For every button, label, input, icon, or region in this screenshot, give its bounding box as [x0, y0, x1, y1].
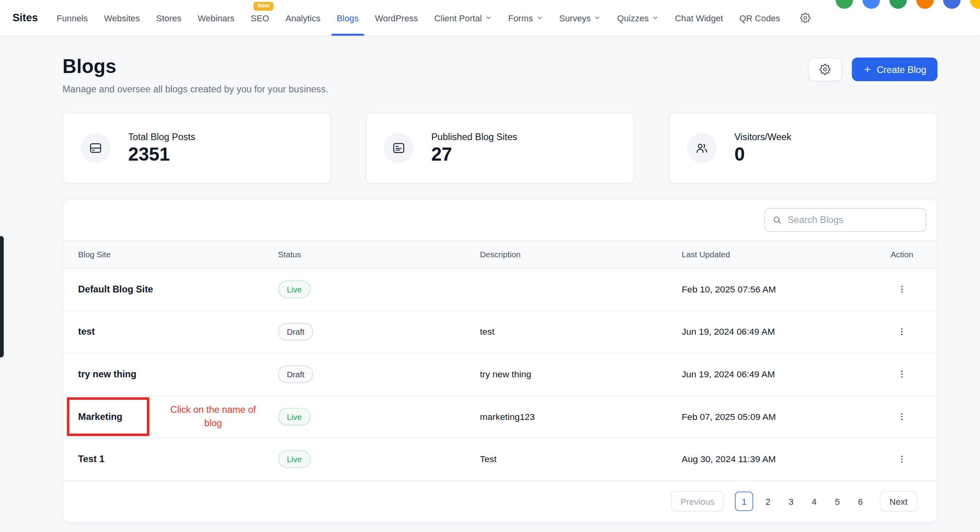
nav-item-websites[interactable]: Websites [104, 0, 140, 36]
page-number-4[interactable]: 4 [806, 492, 823, 510]
blog-description: marketing123 [480, 412, 535, 421]
blogs-table-card: Blog Site Status Description Last Update… [62, 199, 937, 523]
kebab-menu-icon [897, 327, 907, 337]
table-row: test Draft test Jun 19, 2024 06:49 AM [63, 311, 937, 353]
kebab-menu-icon [897, 454, 907, 464]
create-blog-button[interactable]: Create Blog [852, 58, 937, 81]
page-number-1[interactable]: 1 [735, 492, 753, 511]
last-updated: Aug 30, 2024 11:39 AM [682, 454, 776, 464]
annotation-text: Click on the name of blog [161, 403, 265, 429]
nav-settings-button[interactable] [800, 13, 811, 23]
row-menu-button[interactable] [893, 408, 911, 425]
next-page-button[interactable]: Next [880, 491, 917, 511]
chevron-down-icon [594, 14, 601, 21]
row-menu-button[interactable] [893, 281, 911, 298]
blog-site-name[interactable]: try new thing [78, 369, 137, 379]
app-icon-5[interactable] [943, 0, 961, 9]
main-menu: Funnels Websites Stores Webinars New SEO… [56, 0, 780, 36]
kebab-menu-icon [897, 369, 907, 379]
column-header-status: Status [278, 240, 480, 268]
column-header-last-updated: Last Updated [682, 240, 867, 268]
chevron-down-icon [652, 14, 659, 21]
nav-item-analytics[interactable]: Analytics [285, 0, 321, 36]
new-badge: New [253, 2, 274, 11]
column-header-description: Description [480, 240, 681, 268]
page-subtitle: Manage and oversee all blogs created by … [62, 83, 328, 94]
blog-site-name[interactable]: Test 1 [78, 453, 105, 464]
gear-icon [800, 13, 811, 23]
page-number-list: 1 2 3 4 5 6 [735, 492, 869, 511]
stats-row: Total Blog Posts 2351 Published Blog Sit… [62, 112, 937, 183]
table-row: try new thing Draft try new thing Jun 19… [63, 353, 937, 395]
page-number-2[interactable]: 2 [760, 492, 777, 510]
nav-item-blogs[interactable]: Blogs [337, 0, 359, 36]
blog-posts-icon [81, 133, 111, 163]
page-number-3[interactable]: 3 [783, 492, 800, 510]
plus-icon [863, 65, 872, 74]
page-number-6[interactable]: 6 [852, 492, 869, 510]
table-toolbar [63, 199, 937, 240]
nav-item-forms[interactable]: Forms [508, 0, 543, 36]
nav-item-chat-widget[interactable]: Chat Widget [675, 0, 723, 36]
kebab-menu-icon [897, 284, 907, 294]
stat-card-published-sites: Published Blog Sites 27 [366, 112, 635, 183]
sites-brand[interactable]: Sites [13, 11, 38, 24]
stat-card-total-posts: Total Blog Posts 2351 [62, 112, 331, 183]
kebab-menu-icon [897, 412, 907, 421]
column-header-blog-site: Blog Site [63, 240, 278, 268]
page-number-5[interactable]: 5 [829, 492, 846, 510]
nav-item-qr-codes[interactable]: QR Codes [739, 0, 780, 36]
nav-item-seo[interactable]: New SEO [251, 0, 269, 36]
blog-settings-button[interactable] [808, 58, 841, 81]
stat-value: 0 [734, 144, 791, 164]
row-menu-button[interactable] [893, 323, 911, 340]
blog-site-name[interactable]: test [78, 326, 95, 337]
status-badge: Draft [278, 365, 313, 383]
header-actions: Create Blog [808, 58, 937, 81]
app-icon-4[interactable] [916, 0, 934, 9]
blog-description: try new thing [480, 369, 531, 379]
last-updated: Jun 19, 2024 06:49 AM [682, 369, 775, 379]
previous-page-button[interactable]: Previous [671, 491, 724, 511]
published-sites-icon [384, 133, 414, 163]
chevron-down-icon [485, 14, 492, 21]
nav-item-funnels[interactable]: Funnels [56, 0, 88, 36]
chevron-down-icon [536, 14, 543, 21]
row-menu-button[interactable] [893, 450, 911, 468]
last-updated: Feb 07, 2025 05:09 AM [682, 412, 776, 421]
nav-item-quizzes[interactable]: Quizzes [617, 0, 659, 36]
table-row: Default Blog Site Live Feb 10, 2025 07:5… [63, 268, 937, 311]
stat-card-visitors: Visitors/Week 0 [669, 112, 938, 183]
gear-icon [819, 64, 830, 75]
nav-item-webinars[interactable]: Webinars [198, 0, 235, 36]
left-edge-strip [0, 236, 4, 357]
stat-value: 2351 [128, 144, 195, 164]
last-updated: Jun 19, 2024 06:49 AM [682, 327, 775, 337]
stat-label: Total Blog Posts [128, 131, 195, 142]
nav-item-stores[interactable]: Stores [156, 0, 181, 36]
table-header-row: Blog Site Status Description Last Update… [63, 240, 937, 268]
last-updated: Feb 10, 2025 07:56 AM [682, 284, 776, 294]
active-tab-underline [331, 34, 364, 36]
page-header: Blogs Manage and oversee all blogs creat… [62, 57, 937, 94]
visitors-icon [687, 133, 717, 163]
app-icon-6[interactable] [970, 0, 980, 9]
blog-site-name[interactable]: Default Blog Site [78, 284, 153, 294]
search-input[interactable] [787, 214, 918, 225]
annotation-highlight-box [67, 397, 149, 436]
row-menu-button[interactable] [893, 365, 911, 383]
blog-description: test [480, 327, 494, 337]
app-icon-3[interactable] [889, 0, 907, 9]
nav-item-client-portal[interactable]: Client Portal [434, 0, 492, 36]
page-heading-block: Blogs Manage and oversee all blogs creat… [62, 57, 328, 94]
app-icon-1[interactable] [835, 0, 853, 9]
page-title: Blogs [62, 57, 328, 77]
nav-item-wordpress[interactable]: WordPress [375, 0, 418, 36]
blog-description: Test [480, 454, 496, 464]
blogs-page: Sites Funnels Websites Stores Webinars N… [0, 0, 980, 532]
app-icon-row [835, 0, 980, 9]
table-row: Test 1 Live Test Aug 30, 2024 11:39 AM [63, 438, 937, 481]
main-content: Blogs Manage and oversee all blogs creat… [62, 57, 937, 523]
app-icon-2[interactable] [862, 0, 880, 9]
nav-item-surveys[interactable]: Surveys [559, 0, 601, 36]
